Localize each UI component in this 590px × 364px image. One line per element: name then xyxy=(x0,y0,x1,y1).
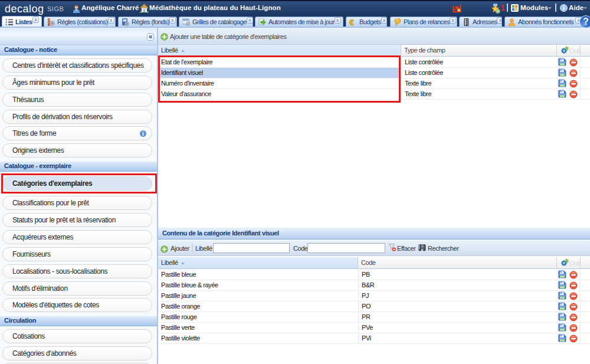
svg-text:€: € xyxy=(349,18,355,26)
